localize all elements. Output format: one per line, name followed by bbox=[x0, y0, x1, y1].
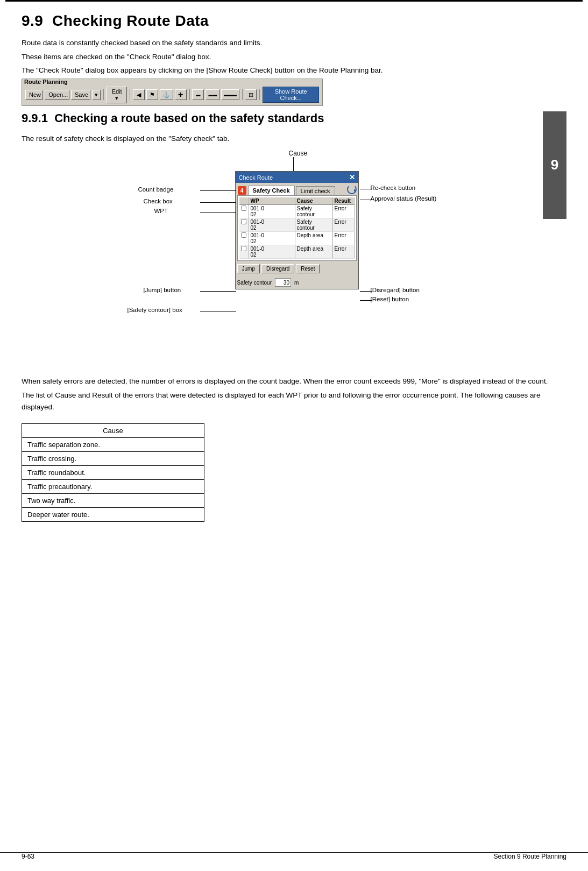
intro-line-3: The "Check Route" dialog box appears by … bbox=[22, 65, 566, 76]
open-button[interactable]: Open... bbox=[45, 90, 69, 100]
cause-table-row: Traffic roundabout. bbox=[22, 466, 204, 480]
approval-status-label: Approval status (Result) bbox=[371, 195, 437, 202]
row1-cause: Safety contour bbox=[295, 205, 333, 218]
intro-text: Route data is constantly checked based o… bbox=[22, 37, 566, 76]
reset-button[interactable]: Reset bbox=[296, 264, 320, 273]
route-planning-label: Route Planning bbox=[24, 79, 68, 85]
route-planning-bar: Route Planning New Open... Save ▾ Edit ▾… bbox=[22, 79, 323, 106]
show-route-check-button[interactable]: Show Route Check... bbox=[263, 87, 319, 103]
table-row: 001-002 Safety contour Error bbox=[239, 218, 355, 232]
header-check bbox=[239, 197, 249, 204]
row3-checkbox[interactable] bbox=[241, 232, 246, 238]
dialog-footer: Jump Disregard Reset bbox=[236, 263, 358, 275]
cause-table: Cause Traffic separation zone.Traffic cr… bbox=[22, 423, 204, 522]
page-content: 9.9 Checking Route Data Route data is co… bbox=[0, 2, 588, 543]
check-box-label: Check box bbox=[144, 198, 173, 204]
safety-contour-input[interactable] bbox=[275, 278, 291, 287]
cause-table-row: Deeper water route. bbox=[22, 508, 204, 522]
subsection-intro: The result of safety check is displayed … bbox=[22, 133, 566, 145]
anchor-button[interactable]: ⚓ bbox=[160, 89, 173, 100]
row1-check bbox=[239, 205, 249, 218]
disregard-button[interactable]: Disregard bbox=[261, 264, 294, 273]
row2-cause: Safety contour bbox=[295, 218, 333, 231]
jump-line bbox=[200, 291, 236, 292]
line2-button[interactable]: ▬▬ bbox=[206, 89, 219, 100]
page-footer: 9-63 Section 9 Route Planning bbox=[0, 852, 588, 860]
subsection-number: 9.9.1 bbox=[22, 111, 48, 125]
line1-button[interactable]: ▬ bbox=[192, 89, 204, 100]
wpt-label: WPT bbox=[154, 208, 168, 214]
recheck-line bbox=[360, 189, 372, 189]
wpt-line bbox=[200, 212, 236, 213]
jump-button-label: [Jump] button bbox=[144, 287, 181, 293]
cause-line bbox=[293, 157, 294, 172]
approval-line bbox=[360, 200, 372, 200]
save-dropdown-button[interactable]: ▾ bbox=[92, 90, 101, 100]
table-row: 001-002 Depth area Error bbox=[239, 232, 355, 245]
body-para-2: The list of Cause and Result of the erro… bbox=[22, 390, 566, 413]
save-button[interactable]: Save bbox=[71, 90, 90, 100]
section-title: 9.9 Checking Route Data bbox=[22, 12, 566, 30]
new-button[interactable]: New bbox=[25, 90, 43, 100]
safety-check-tab[interactable]: Safety Check bbox=[248, 186, 295, 195]
count-badge-line bbox=[200, 190, 236, 191]
back-button[interactable]: ◀ bbox=[133, 89, 145, 100]
reset-line bbox=[360, 300, 372, 301]
separator-3 bbox=[189, 89, 190, 100]
subsection-title-text: Checking a route based on the safety sta… bbox=[54, 111, 324, 125]
intro-line-1: Route data is constantly checked based o… bbox=[22, 37, 566, 49]
safety-contour-row: Safety contour m bbox=[236, 276, 358, 289]
safety-contour-label: Safety contour bbox=[237, 280, 272, 286]
edit-button[interactable]: Edit ▾ bbox=[107, 87, 127, 103]
separator-5 bbox=[259, 89, 260, 100]
row4-wp: 001-002 bbox=[249, 245, 295, 258]
row1-result: Error bbox=[333, 205, 355, 218]
grid-button[interactable]: ⊞ bbox=[245, 89, 257, 100]
dialog-body: WP Cause Result 001-002 Safety contour E… bbox=[237, 195, 357, 261]
row3-wp: 001-002 bbox=[249, 232, 295, 245]
row4-checkbox[interactable] bbox=[241, 246, 246, 251]
header-result: Result bbox=[333, 197, 355, 204]
body-para-1: When safety errors are detected, the num… bbox=[22, 376, 566, 387]
table-header: WP Cause Result bbox=[239, 197, 355, 205]
separator-4 bbox=[242, 89, 243, 100]
cause-label: Cause bbox=[289, 150, 308, 157]
jump-button[interactable]: Jump bbox=[237, 264, 260, 273]
cause-table-header: Cause bbox=[22, 424, 204, 438]
add-button[interactable]: ✚ bbox=[175, 89, 187, 100]
page-number: 9-63 bbox=[22, 853, 34, 860]
row4-cause: Depth area bbox=[295, 245, 333, 258]
count-badge: 4 bbox=[238, 186, 246, 195]
disregard-button-label: [Disregard] button bbox=[371, 287, 420, 293]
check-route-dialog: Check Route ✕ 4 Safety Check Limit check bbox=[235, 171, 359, 289]
separator-2 bbox=[130, 89, 130, 100]
separator-1 bbox=[103, 89, 104, 100]
row3-cause: Depth area bbox=[295, 232, 333, 245]
flag-button[interactable]: ⚑ bbox=[146, 89, 158, 100]
row4-result: Error bbox=[333, 245, 355, 258]
cause-table-row: Two way traffic. bbox=[22, 494, 204, 508]
table-row: 001-002 Safety contour Error bbox=[239, 205, 355, 218]
row2-result: Error bbox=[333, 218, 355, 231]
cause-table-row: Traffic precautionary. bbox=[22, 480, 204, 494]
count-badge-label: Count badge bbox=[138, 186, 174, 193]
row1-checkbox[interactable] bbox=[241, 206, 246, 211]
dialog-tabs-row: 4 Safety Check Limit check bbox=[236, 183, 358, 195]
cause-table-row: Traffic separation zone. bbox=[22, 438, 204, 452]
subsection-title: 9.9.1 Checking a route based on the safe… bbox=[22, 111, 566, 125]
line3-button[interactable]: ▬▬▬ bbox=[221, 89, 239, 100]
recheck-button-label: Re-check button bbox=[371, 185, 416, 191]
subsection-header-area: 9 9.9.1 Checking a route based on the sa… bbox=[22, 111, 566, 125]
row2-checkbox[interactable] bbox=[241, 219, 246, 224]
safety-contour-box-label: [Safety contour] box bbox=[127, 307, 182, 313]
check-box-line bbox=[200, 202, 236, 203]
recheck-button[interactable] bbox=[347, 185, 357, 194]
intro-line-2: These items are checked on the "Check Ro… bbox=[22, 51, 566, 63]
reset-button-label: [Reset] button bbox=[371, 296, 409, 302]
row1-wp: 001-002 bbox=[249, 205, 295, 218]
limit-check-tab[interactable]: Limit check bbox=[296, 186, 335, 195]
dialog-close-button[interactable]: ✕ bbox=[349, 173, 355, 181]
dialog-titlebar: Check Route ✕ bbox=[236, 172, 358, 183]
row3-result: Error bbox=[333, 232, 355, 245]
header-wp: WP bbox=[249, 197, 295, 204]
